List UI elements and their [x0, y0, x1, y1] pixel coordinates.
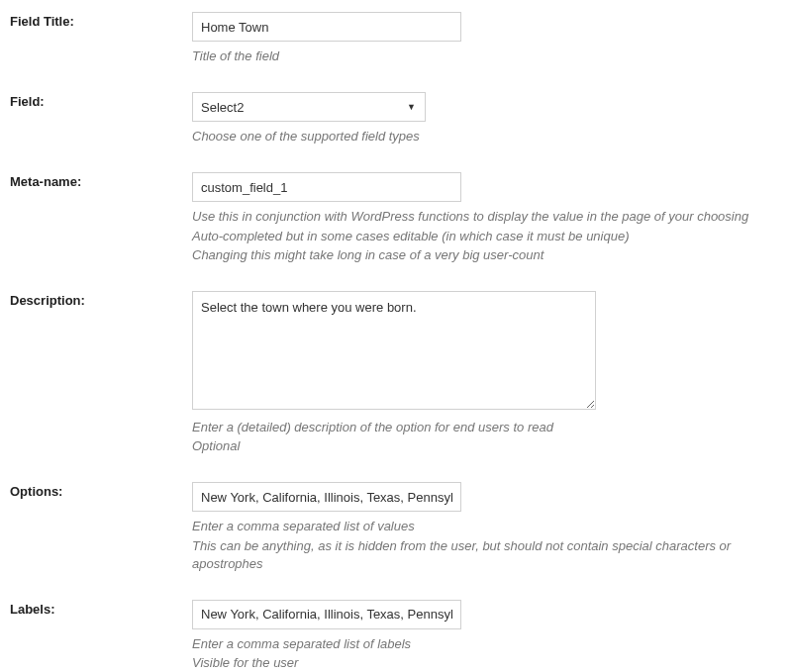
options-help-2: This can be anything, as it is hidden fr…: [192, 537, 782, 573]
options-help-1: Enter a comma separated list of values: [192, 518, 782, 535]
field-title-help: Title of the field: [192, 48, 782, 65]
field-title-input[interactable]: [192, 12, 461, 42]
field-type-help: Choose one of the supported field types: [192, 128, 782, 145]
field-type-select[interactable]: Select2: [192, 92, 426, 122]
labels-input[interactable]: [192, 600, 461, 629]
meta-name-help-1: Use this in conjunction with WordPress f…: [192, 208, 782, 226]
description-textarea[interactable]: Select the town where you were born.: [192, 291, 596, 410]
description-label: Description:: [10, 293, 85, 308]
meta-name-help-2: Auto-completed but in some cases editabl…: [192, 228, 782, 245]
meta-name-label: Meta-name:: [10, 174, 81, 189]
labels-label: Labels:: [10, 602, 55, 617]
labels-help-2: Visible for the user: [192, 654, 782, 672]
field-type-label: Field:: [10, 94, 45, 109]
meta-name-input[interactable]: [192, 172, 461, 202]
meta-name-help-3: Changing this might take long in case of…: [192, 246, 782, 264]
options-label: Options:: [10, 484, 62, 499]
field-title-label: Field Title:: [10, 14, 74, 29]
description-help-2: Optional: [192, 437, 782, 455]
description-help-1: Enter a (detailed) description of the op…: [192, 419, 782, 436]
options-input[interactable]: [192, 482, 461, 512]
labels-help-1: Enter a comma separated list of labels: [192, 635, 782, 653]
